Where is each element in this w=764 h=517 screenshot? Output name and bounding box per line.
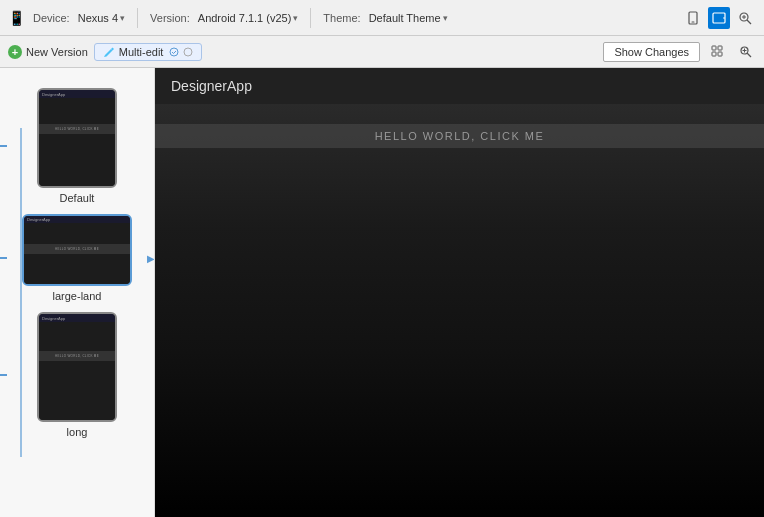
theme-chevron-icon: ▾ <box>443 13 448 23</box>
secondary-toolbar: + New Version Multi-edit Show Changes <box>0 36 764 68</box>
toolbar-right-icons <box>682 7 756 29</box>
preview-card-large-land[interactable]: ▶ DesignerApp HELLO WORLD, CLICK ME larg… <box>7 214 147 302</box>
preview-card-long[interactable]: DesignerApp HELLO WORLD, CLICK ME long <box>7 312 147 438</box>
hello-banner: HELLO WORLD, CLICK ME <box>155 124 764 148</box>
device-icon: 📱 <box>8 10 25 26</box>
theme-dropdown[interactable]: Default Theme ▾ <box>369 12 448 24</box>
left-panel: DesignerApp HELLO WORLD, CLICK ME Defaul… <box>0 68 155 517</box>
screen-topbar-text-default: DesignerApp <box>42 92 65 97</box>
content-panel: DesignerApp HELLO WORLD, CLICK ME <box>155 68 764 517</box>
device-screen-long: DesignerApp HELLO WORLD, CLICK ME <box>37 312 117 422</box>
card-label-large-land: large-land <box>53 290 102 302</box>
svg-point-8 <box>170 48 178 56</box>
card-label-default: Default <box>60 192 95 204</box>
preview-card-default[interactable]: DesignerApp HELLO WORLD, CLICK ME Defaul… <box>7 88 147 204</box>
main-area: DesignerApp HELLO WORLD, CLICK ME Defaul… <box>0 68 764 517</box>
app-title: DesignerApp <box>171 78 252 94</box>
version-dropdown[interactable]: Android 7.1.1 (v25) ▾ <box>198 12 299 24</box>
version-label: Version: <box>150 12 190 24</box>
new-version-label: New Version <box>26 46 88 58</box>
version-value: Android 7.1.1 (v25) <box>198 12 292 24</box>
screen-topbar-long: DesignerApp <box>39 314 115 322</box>
search-icon <box>739 45 752 58</box>
device-label: Device: <box>33 12 70 24</box>
svg-rect-12 <box>712 52 716 56</box>
divider-2 <box>310 8 311 28</box>
device-value: Nexus 4 <box>78 12 118 24</box>
grid-icon <box>711 45 724 58</box>
main-toolbar: 📱 Device: Nexus 4 ▾ Version: Android 7.1… <box>0 0 764 36</box>
screen-banner-text-large-land: HELLO WORLD, CLICK ME <box>55 247 99 251</box>
toolbar2-right: Show Changes <box>603 41 756 63</box>
pencil-icon <box>103 46 115 58</box>
screen-topbar-default: DesignerApp <box>39 90 115 98</box>
grid-view-button[interactable] <box>706 41 728 63</box>
device-chevron-icon: ▾ <box>120 13 125 23</box>
tablet-icon-button[interactable] <box>708 7 730 29</box>
connector-line-default <box>0 145 7 147</box>
svg-rect-10 <box>712 46 716 50</box>
screen-banner-default: HELLO WORLD, CLICK ME <box>39 124 115 134</box>
device-screen-default: DesignerApp HELLO WORLD, CLICK ME <box>37 88 117 188</box>
theme-value: Default Theme <box>369 12 441 24</box>
screen-banner-long: HELLO WORLD, CLICK ME <box>39 351 115 361</box>
connector-line-large-land <box>0 257 7 259</box>
divider-1 <box>137 8 138 28</box>
screen-content-long: HELLO WORLD, CLICK ME <box>39 322 115 420</box>
screen-topbar-text-large-land: DesignerApp <box>27 217 50 222</box>
svg-rect-1 <box>692 21 695 22</box>
version-chevron-icon: ▾ <box>293 13 298 23</box>
multi-edit-button[interactable]: Multi-edit <box>94 43 203 61</box>
screen-banner-text-long: HELLO WORLD, CLICK ME <box>55 354 99 358</box>
app-content: HELLO WORLD, CLICK ME <box>155 104 764 517</box>
screen-topbar-text-long: DesignerApp <box>42 316 65 321</box>
svg-line-5 <box>747 20 751 24</box>
device-dropdown[interactable]: Nexus 4 ▾ <box>78 12 125 24</box>
svg-rect-13 <box>718 52 722 56</box>
circle-icon <box>183 47 193 57</box>
svg-rect-11 <box>718 46 722 50</box>
search-button[interactable] <box>734 41 756 63</box>
multi-edit-label: Multi-edit <box>119 46 164 58</box>
zoom-icon-button[interactable] <box>734 7 756 29</box>
plus-icon: + <box>8 45 22 59</box>
theme-label: Theme: <box>323 12 360 24</box>
svg-point-3 <box>723 17 725 19</box>
device-screen-large-land: DesignerApp HELLO WORLD, CLICK ME <box>22 214 132 286</box>
screen-content-default: HELLO WORLD, CLICK ME <box>39 98 115 186</box>
app-topbar: DesignerApp <box>155 68 764 104</box>
card-label-long: long <box>67 426 88 438</box>
svg-point-9 <box>184 48 192 56</box>
screen-banner-large-land: HELLO WORLD, CLICK ME <box>24 244 130 254</box>
connector-line-long <box>0 374 7 376</box>
screen-topbar-large-land: DesignerApp <box>24 216 130 223</box>
new-version-button[interactable]: + New Version <box>8 45 88 59</box>
screen-content-large-land: HELLO WORLD, CLICK ME <box>24 223 130 284</box>
hello-text: HELLO WORLD, CLICK ME <box>375 130 545 142</box>
svg-line-15 <box>747 53 751 57</box>
right-arrow-icon: ▶ <box>147 253 155 264</box>
phone-icon-button[interactable] <box>682 7 704 29</box>
screen-banner-text-default: HELLO WORLD, CLICK ME <box>55 127 99 131</box>
check-icon <box>169 47 179 57</box>
show-changes-button[interactable]: Show Changes <box>603 42 700 62</box>
